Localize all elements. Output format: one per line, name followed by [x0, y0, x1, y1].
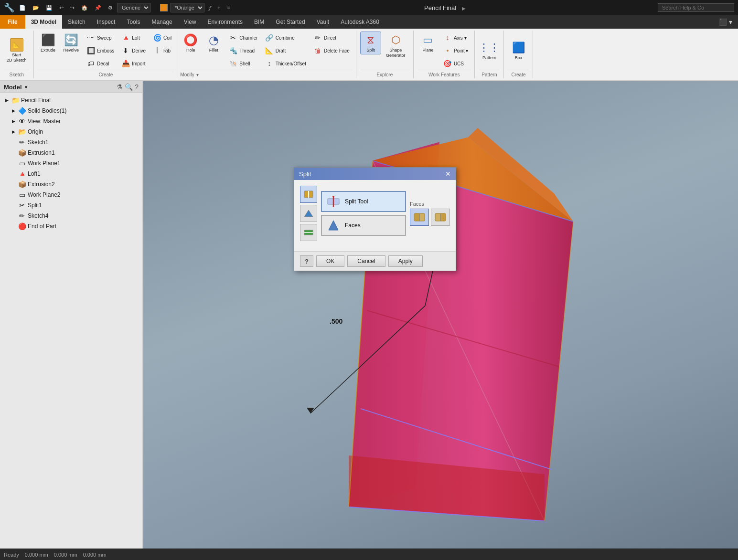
new-button[interactable]: 📄: [17, 4, 28, 12]
start-2d-sketch-button[interactable]: 📐 Start2D Sketch: [4, 36, 30, 65]
home-button[interactable]: 🏠: [79, 4, 90, 12]
menu-tab-vault[interactable]: Vault: [311, 15, 335, 29]
dialog-cancel-button[interactable]: Cancel: [347, 255, 385, 267]
tree-item[interactable]: ▶📁Pencil Final: [0, 95, 142, 106]
generic-dropdown[interactable]: Generic: [118, 3, 150, 12]
extra-side-btn[interactable]: [300, 224, 317, 241]
formula-button[interactable]: 𝑓: [207, 4, 213, 12]
decal-button[interactable]: 🏷 Decal: [84, 57, 117, 70]
status-y: 0.000 mm: [54, 552, 77, 558]
shape-generator-button[interactable]: ⬡ ShapeGenerator: [383, 32, 408, 60]
split-dialog-close-button[interactable]: ✕: [445, 170, 451, 178]
revolve-button[interactable]: 🔄 Revolve: [61, 32, 82, 54]
combine-button[interactable]: 🔗 Combine: [262, 32, 309, 44]
shell-button[interactable]: 🐚 Shell: [226, 57, 260, 70]
color-scheme-dropdown[interactable]: *Orange: [171, 3, 204, 12]
import-button[interactable]: 📥 Import: [118, 57, 148, 70]
pattern-button[interactable]: ⋮⋮ Pattern: [479, 39, 500, 62]
help-icon[interactable]: ?: [135, 83, 139, 91]
add-button[interactable]: +: [215, 4, 222, 11]
sweep-button[interactable]: 〰 Sweep: [84, 32, 117, 44]
hole-button[interactable]: ⭕ Hole: [180, 32, 201, 54]
emboss-button[interactable]: 🔲 Emboss: [84, 44, 117, 57]
menu-bar: File 3D Model Sketch Inspect Tools Manag…: [0, 15, 738, 29]
tree-item[interactable]: ▶👁View: Master: [0, 116, 142, 127]
save-button[interactable]: 💾: [44, 4, 54, 12]
coil-button[interactable]: 🌀 Coil: [150, 32, 174, 44]
menu-tab-tools[interactable]: Tools: [121, 15, 146, 29]
viewport[interactable]: .500 Split ✕: [143, 81, 738, 549]
pattern-group-label: Pattern: [479, 70, 500, 77]
menu-tab-sketch[interactable]: Sketch: [62, 15, 91, 29]
face-btn-2[interactable]: [431, 209, 450, 226]
create-group-label: Create: [38, 70, 174, 77]
tree-item[interactable]: ▶🔷Solid Bodies(1): [0, 106, 142, 116]
faces-side-btn[interactable]: [300, 205, 317, 222]
tree-item[interactable]: 📦Extrusion2: [0, 179, 142, 190]
point-button[interactable]: • Point ▾: [440, 44, 471, 57]
fillet-button[interactable]: ◔ Fillet: [203, 32, 224, 54]
split-tool-btn[interactable]: Split Tool: [321, 191, 406, 212]
tree-item-icon: ▭: [18, 190, 26, 199]
tree-item[interactable]: ▶📂Origin: [0, 127, 142, 137]
menu-tab-environments[interactable]: Environments: [202, 15, 248, 29]
pin-button[interactable]: 📌: [93, 4, 103, 12]
extrude-button[interactable]: ⬛ Extrude: [38, 32, 59, 54]
derive-button[interactable]: ⬇ Derive: [118, 44, 148, 57]
tree-item[interactable]: ✏Sketch1: [0, 137, 142, 148]
tree-item[interactable]: 🔺Loft1: [0, 169, 142, 179]
search-tree-icon[interactable]: 🔍: [125, 83, 133, 91]
open-button[interactable]: 📂: [31, 4, 41, 12]
dialog-help-button[interactable]: ?: [300, 255, 313, 267]
menu-tab-expand[interactable]: ⬛ ▾: [713, 15, 738, 29]
tree-item[interactable]: ✂Split1: [0, 200, 142, 211]
axis-button[interactable]: ↕ Axis ▾: [440, 32, 471, 44]
undo-button[interactable]: ↩: [57, 4, 65, 12]
dimension-label: .500: [330, 317, 342, 325]
menu-tab-file[interactable]: File: [0, 15, 25, 29]
menu-tab-3dmodel[interactable]: 3D Model: [25, 15, 62, 29]
dialog-apply-button[interactable]: Apply: [388, 255, 423, 267]
tree-item[interactable]: ▭Work Plane1: [0, 158, 142, 169]
dialog-ok-button[interactable]: OK: [316, 255, 344, 267]
tree-item[interactable]: 📦Extrusion1: [0, 148, 142, 158]
more-button[interactable]: ≡: [225, 4, 232, 11]
tree-item[interactable]: 🔴End of Part: [0, 221, 142, 232]
split-tool-btn-icon: [326, 194, 341, 209]
box-button[interactable]: 🟦 Box: [508, 39, 529, 62]
thicken-button[interactable]: ↕ Thicken/Offset: [262, 57, 309, 70]
tree-item[interactable]: ▭Work Plane2: [0, 190, 142, 200]
tree-item[interactable]: ✏Sketch4: [0, 211, 142, 221]
rib-button[interactable]: 〡 Rib: [150, 44, 174, 57]
menu-tab-view[interactable]: View: [178, 15, 202, 29]
menu-tab-bim[interactable]: BIM: [248, 15, 270, 29]
delete-face-button[interactable]: 🗑 Delete Face: [310, 44, 352, 57]
split-tool-side-btn[interactable]: [300, 186, 317, 203]
start-sketch-icon: 📐: [10, 38, 23, 52]
thread-button[interactable]: 🔩 Thread: [226, 44, 260, 57]
split-button[interactable]: ⧖ Split: [360, 32, 381, 54]
search-help-input[interactable]: [658, 3, 734, 12]
split-dialog-body: Split Tool Faces Faces: [294, 180, 456, 247]
ucs-button[interactable]: 🎯 UCS: [440, 57, 471, 70]
direct-button[interactable]: ✏ Direct: [310, 32, 352, 44]
face-btn-1[interactable]: [410, 209, 429, 226]
extrude-icon: ⬛: [42, 33, 55, 47]
menu-tab-autodesk[interactable]: Autodesk A360: [335, 15, 385, 29]
box-icon: 🟦: [512, 41, 525, 54]
filter-icon[interactable]: ⚗: [117, 83, 123, 91]
menu-tab-getstarted[interactable]: Get Started: [270, 15, 310, 29]
chamfer-button[interactable]: ✂ Chamfer: [226, 32, 260, 44]
settings-button[interactable]: ⚙: [106, 4, 115, 12]
plane-button[interactable]: ▭ Plane: [417, 32, 439, 54]
tree-item-icon: ✂: [18, 201, 26, 210]
faces-btn[interactable]: Faces: [321, 215, 406, 236]
menu-tab-inspect[interactable]: Inspect: [91, 15, 121, 29]
redo-button[interactable]: ↪: [68, 4, 76, 12]
model-dropdown-arrow[interactable]: ▾: [25, 85, 27, 90]
ribbon-group-modify: ⭕ Hole ◔ Fillet ✂ Chamfer 🔩 Thread 🐚 She…: [176, 31, 356, 78]
draft-button[interactable]: 📐 Draft: [262, 44, 309, 57]
menu-tab-manage[interactable]: Manage: [146, 15, 178, 29]
modify-dropdown-arrow[interactable]: ▾: [196, 72, 199, 77]
loft-button[interactable]: 🔺 Loft: [118, 32, 148, 44]
